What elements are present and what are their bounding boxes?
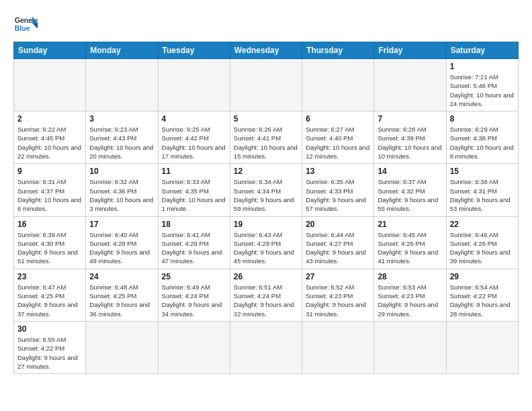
day-info: Sunrise: 6:38 AM Sunset: 4:31 PM Dayligh… xyxy=(450,177,515,213)
col-wednesday: Wednesday xyxy=(230,42,302,59)
day-info: Sunrise: 6:32 AM Sunset: 4:36 PM Dayligh… xyxy=(89,177,154,213)
day-info: Sunrise: 7:21 AM Sunset: 5:46 PM Dayligh… xyxy=(450,73,515,108)
day-number: 7 xyxy=(378,114,442,124)
day-cell: 27Sunrise: 6:52 AM Sunset: 4:23 PM Dayli… xyxy=(302,269,374,321)
day-number: 25 xyxy=(162,272,226,281)
day-cell: 29Sunrise: 6:54 AM Sunset: 4:22 PM Dayli… xyxy=(446,269,518,321)
day-info: Sunrise: 6:23 AM Sunset: 4:43 PM Dayligh… xyxy=(89,125,154,161)
day-number: 14 xyxy=(378,167,442,176)
day-number: 10 xyxy=(89,167,154,176)
day-info: Sunrise: 6:45 AM Sunset: 4:26 PM Dayligh… xyxy=(378,230,442,266)
svg-text:Blue: Blue xyxy=(15,24,30,32)
day-info: Sunrise: 6:26 AM Sunset: 4:41 PM Dayligh… xyxy=(234,125,298,161)
week-row-5: 23Sunrise: 6:47 AM Sunset: 4:25 PM Dayli… xyxy=(14,269,519,321)
day-cell: 28Sunrise: 6:53 AM Sunset: 4:23 PM Dayli… xyxy=(374,269,446,321)
day-info: Sunrise: 6:35 AM Sunset: 4:33 PM Dayligh… xyxy=(306,177,370,213)
svg-marker-3 xyxy=(32,23,38,28)
day-cell: 2Sunrise: 6:22 AM Sunset: 4:45 PM Daylig… xyxy=(14,111,86,164)
day-number: 26 xyxy=(234,272,298,281)
day-cell: 10Sunrise: 6:32 AM Sunset: 4:36 PM Dayli… xyxy=(86,164,158,216)
week-row-4: 16Sunrise: 6:39 AM Sunset: 4:30 PM Dayli… xyxy=(14,216,519,269)
day-number: 4 xyxy=(162,114,226,124)
day-cell xyxy=(86,59,158,111)
day-number: 12 xyxy=(234,167,298,176)
day-number: 17 xyxy=(89,220,154,229)
day-number: 21 xyxy=(378,220,442,229)
day-cell: 17Sunrise: 6:40 AM Sunset: 4:29 PM Dayli… xyxy=(86,216,158,269)
day-cell xyxy=(302,321,374,373)
day-cell: 9Sunrise: 6:31 AM Sunset: 4:37 PM Daylig… xyxy=(14,164,86,216)
day-number: 22 xyxy=(450,220,515,229)
day-cell: 11Sunrise: 6:33 AM Sunset: 4:35 PM Dayli… xyxy=(158,164,230,216)
day-info: Sunrise: 6:33 AM Sunset: 4:35 PM Dayligh… xyxy=(162,177,226,213)
day-number: 19 xyxy=(234,220,298,229)
day-cell: 25Sunrise: 6:49 AM Sunset: 4:24 PM Dayli… xyxy=(158,269,230,321)
day-info: Sunrise: 6:46 AM Sunset: 4:26 PM Dayligh… xyxy=(450,230,515,266)
col-saturday: Saturday xyxy=(446,42,518,59)
day-number: 11 xyxy=(162,167,226,176)
day-number: 29 xyxy=(450,272,515,281)
day-info: Sunrise: 6:49 AM Sunset: 4:24 PM Dayligh… xyxy=(162,283,226,318)
day-cell xyxy=(230,59,302,111)
day-number: 23 xyxy=(17,272,82,281)
day-cell: 22Sunrise: 6:46 AM Sunset: 4:26 PM Dayli… xyxy=(446,216,518,269)
day-number: 1 xyxy=(450,62,515,71)
day-info: Sunrise: 6:31 AM Sunset: 4:37 PM Dayligh… xyxy=(17,177,82,213)
week-row-1: 1Sunrise: 7:21 AM Sunset: 5:46 PM Daylig… xyxy=(14,59,519,111)
day-number: 28 xyxy=(378,272,442,281)
day-cell: 19Sunrise: 6:43 AM Sunset: 4:28 PM Dayli… xyxy=(230,216,302,269)
day-cell xyxy=(86,321,158,373)
day-number: 15 xyxy=(450,167,515,176)
day-cell: 7Sunrise: 6:28 AM Sunset: 4:39 PM Daylig… xyxy=(374,111,446,164)
day-info: Sunrise: 6:44 AM Sunset: 4:27 PM Dayligh… xyxy=(306,230,370,266)
day-cell: 6Sunrise: 6:27 AM Sunset: 4:40 PM Daylig… xyxy=(302,111,374,164)
day-cell: 18Sunrise: 6:41 AM Sunset: 4:29 PM Dayli… xyxy=(158,216,230,269)
day-cell: 12Sunrise: 6:34 AM Sunset: 4:34 PM Dayli… xyxy=(230,164,302,216)
day-info: Sunrise: 6:39 AM Sunset: 4:30 PM Dayligh… xyxy=(17,230,82,266)
day-cell xyxy=(446,321,518,373)
day-cell xyxy=(158,321,230,373)
logo: General Blue xyxy=(13,12,38,36)
day-number: 2 xyxy=(17,114,82,124)
day-cell: 5Sunrise: 6:26 AM Sunset: 4:41 PM Daylig… xyxy=(230,111,302,164)
day-cell: 14Sunrise: 6:37 AM Sunset: 4:32 PM Dayli… xyxy=(374,164,446,216)
day-cell: 8Sunrise: 6:29 AM Sunset: 4:38 PM Daylig… xyxy=(446,111,518,164)
weekday-header-row: Sunday Monday Tuesday Wednesday Thursday… xyxy=(14,42,519,59)
day-info: Sunrise: 6:34 AM Sunset: 4:34 PM Dayligh… xyxy=(234,177,298,213)
col-tuesday: Tuesday xyxy=(158,42,230,59)
day-cell xyxy=(158,59,230,111)
day-cell xyxy=(374,321,446,373)
week-row-3: 9Sunrise: 6:31 AM Sunset: 4:37 PM Daylig… xyxy=(14,164,519,216)
day-number: 24 xyxy=(89,272,154,281)
day-info: Sunrise: 6:47 AM Sunset: 4:25 PM Dayligh… xyxy=(17,283,82,318)
day-number: 27 xyxy=(306,272,370,281)
day-cell xyxy=(230,321,302,373)
page: General Blue Sunday Monday Tuesday Wedne… xyxy=(0,0,532,381)
day-cell: 21Sunrise: 6:45 AM Sunset: 4:26 PM Dayli… xyxy=(374,216,446,269)
day-info: Sunrise: 6:29 AM Sunset: 4:38 PM Dayligh… xyxy=(450,125,515,161)
day-cell: 26Sunrise: 6:51 AM Sunset: 4:24 PM Dayli… xyxy=(230,269,302,321)
day-info: Sunrise: 6:55 AM Sunset: 4:22 PM Dayligh… xyxy=(17,335,82,371)
day-number: 30 xyxy=(17,324,82,334)
day-info: Sunrise: 6:54 AM Sunset: 4:22 PM Dayligh… xyxy=(450,283,515,318)
day-number: 18 xyxy=(162,220,226,229)
day-info: Sunrise: 6:52 AM Sunset: 4:23 PM Dayligh… xyxy=(306,283,370,318)
day-info: Sunrise: 6:43 AM Sunset: 4:28 PM Dayligh… xyxy=(234,230,298,266)
day-info: Sunrise: 6:37 AM Sunset: 4:32 PM Dayligh… xyxy=(378,177,442,213)
day-cell: 1Sunrise: 7:21 AM Sunset: 5:46 PM Daylig… xyxy=(446,59,518,111)
col-thursday: Thursday xyxy=(302,42,374,59)
week-row-6: 30Sunrise: 6:55 AM Sunset: 4:22 PM Dayli… xyxy=(14,321,519,373)
header: General Blue xyxy=(13,12,519,36)
col-sunday: Sunday xyxy=(14,42,86,59)
day-cell: 3Sunrise: 6:23 AM Sunset: 4:43 PM Daylig… xyxy=(86,111,158,164)
day-number: 6 xyxy=(306,114,370,124)
day-number: 3 xyxy=(89,114,154,124)
day-cell: 16Sunrise: 6:39 AM Sunset: 4:30 PM Dayli… xyxy=(14,216,86,269)
day-cell: 4Sunrise: 6:25 AM Sunset: 4:42 PM Daylig… xyxy=(158,111,230,164)
day-info: Sunrise: 6:25 AM Sunset: 4:42 PM Dayligh… xyxy=(162,125,226,161)
day-info: Sunrise: 6:51 AM Sunset: 4:24 PM Dayligh… xyxy=(234,283,298,318)
day-cell: 24Sunrise: 6:48 AM Sunset: 4:25 PM Dayli… xyxy=(86,269,158,321)
day-number: 20 xyxy=(306,220,370,229)
col-friday: Friday xyxy=(374,42,446,59)
day-info: Sunrise: 6:48 AM Sunset: 4:25 PM Dayligh… xyxy=(89,283,154,318)
